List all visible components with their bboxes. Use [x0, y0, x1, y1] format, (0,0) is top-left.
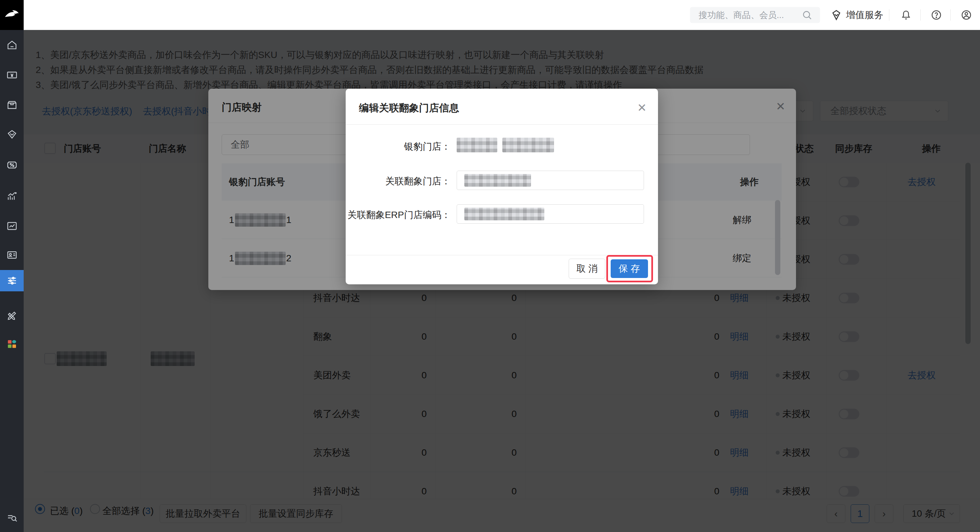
user-icon[interactable] — [960, 9, 972, 21]
search-input[interactable] — [698, 7, 802, 23]
erp-code-label: 关联翻象ERP门店编码： — [346, 209, 451, 221]
bell-icon[interactable] — [900, 9, 912, 21]
pospal-store-value-blur — [457, 138, 497, 152]
global-search[interactable] — [690, 7, 820, 23]
edit-modal-title: 编辑关联翻象门店信息 — [359, 101, 459, 115]
statistics-icon[interactable] — [0, 185, 24, 207]
apps-icon[interactable] — [0, 333, 24, 355]
search-icon — [801, 10, 813, 21]
channel-config-icon[interactable] — [0, 270, 24, 291]
search-list-icon[interactable] — [0, 507, 24, 528]
erp-code-value-blur — [465, 208, 544, 220]
brand-logo[interactable] — [0, 0, 24, 30]
linked-store-value-blur — [465, 174, 531, 187]
membership-icon[interactable] — [0, 124, 24, 145]
help-icon[interactable] — [930, 9, 942, 21]
save-button[interactable]: 保 存 — [611, 259, 648, 278]
gem-icon — [830, 9, 843, 21]
erp-code-input[interactable] — [457, 204, 644, 224]
value-added-services[interactable]: 增值服务 — [830, 8, 883, 22]
promotions-icon[interactable] — [0, 155, 24, 176]
linked-store-label: 关联翻象门店： — [346, 175, 451, 188]
linked-store-input[interactable] — [457, 170, 644, 190]
reports-icon[interactable] — [0, 215, 24, 237]
sidebar — [0, 0, 24, 532]
top-bar: 增值服务 — [0, 0, 980, 30]
close-icon[interactable]: ✕ — [637, 102, 647, 113]
tools-icon[interactable] — [0, 305, 24, 327]
cancel-button[interactable]: 取 消 — [569, 259, 605, 279]
revenue-icon[interactable] — [0, 64, 24, 86]
app-root: 1、美团/京东秒送外卖商品，加价口味会作为一个新的SKU，可以与银豹对应的商品以… — [0, 0, 980, 532]
staff-icon[interactable] — [0, 244, 24, 266]
edit-linked-store-modal: 编辑关联翻象门店信息 ✕ 银豹门店： 关联翻象门店： 关联翻象ERP门店编码： … — [346, 89, 658, 284]
vas-label: 增值服务 — [846, 9, 883, 21]
pospal-store-label: 银豹门店： — [346, 140, 451, 153]
products-icon[interactable] — [0, 94, 24, 116]
pospal-store-value-blur2 — [502, 138, 554, 152]
home-icon[interactable] — [0, 34, 24, 56]
